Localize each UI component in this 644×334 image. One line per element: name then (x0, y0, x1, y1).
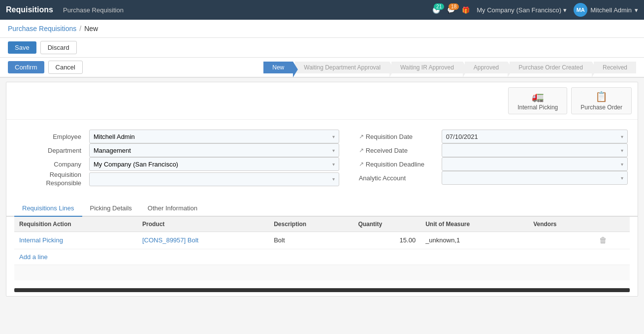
row-delete-cell: 🗑 (594, 232, 630, 249)
department-input[interactable]: ▾ (89, 143, 339, 157)
analytic-account-dropdown-icon: ▾ (621, 175, 623, 181)
row-product[interactable]: [CONS_89957] Bolt (137, 232, 269, 249)
save-button[interactable]: Save (8, 41, 36, 54)
received-date-label: ↗ Received Date (359, 147, 438, 154)
company-name: My Company (San Francisco) (477, 6, 561, 14)
step-approved: Approved (465, 62, 508, 73)
step-po-created: Purchase Order Created (510, 62, 592, 73)
col-header-actions (594, 217, 630, 232)
req-date-field-group: ↗ Requisition Date 07/10/2021 ▾ (359, 130, 628, 143)
avatar: MA (574, 3, 587, 17)
req-responsible-input-field[interactable] (94, 175, 330, 183)
req-date-value: 07/10/2021 (446, 133, 478, 140)
row-action[interactable]: Internal Picking (14, 232, 137, 249)
department-input-field[interactable] (94, 147, 330, 154)
req-responsible-dropdown-icon: ▾ (332, 176, 335, 182)
nav-right-area: 🕐 21 💬 18 🎁 My Company (San Francisco) ▾… (432, 3, 638, 17)
col-header-vendors: Vendors (528, 217, 594, 232)
req-deadline-label: ↗ Requisition Deadline (359, 161, 438, 168)
company-dropdown-icon: ▾ (332, 162, 335, 167)
internal-picking-button[interactable]: 🚛 Internal Picking (508, 87, 567, 114)
req-date-input[interactable]: 07/10/2021 ▾ (442, 130, 628, 143)
employee-field-group: Employee ▾ (16, 130, 339, 143)
clock-badge[interactable]: 🕐 21 (432, 6, 440, 14)
col-header-product: Product (137, 217, 269, 232)
received-date-field-group: ↗ Received Date ▾ (359, 143, 628, 157)
department-label: Department (16, 147, 85, 154)
req-responsible-input[interactable]: ▾ (89, 172, 339, 186)
col-header-unit: Unit of Measure (420, 217, 528, 232)
tab-requisitions-lines[interactable]: Requisitions Lines (14, 200, 82, 217)
row-description: Bolt (269, 232, 353, 249)
company-input[interactable]: ▾ (89, 157, 339, 171)
table-header-row: Requisition Action Product Description Q… (14, 217, 630, 232)
app-brand: Requisitions (6, 5, 53, 14)
step-waiting-ir: Waiting IR Approved (391, 62, 463, 73)
internal-picking-label: Internal Picking (517, 104, 558, 111)
requisitions-table-container: Requisition Action Product Description Q… (14, 217, 630, 280)
cancel-button[interactable]: Cancel (48, 61, 83, 74)
workflow-steps: New Waiting Department Approval Waiting … (263, 62, 636, 73)
step-received: Received (594, 62, 636, 73)
clock-count: 21 (434, 3, 444, 10)
tab-other-information[interactable]: Other Information (140, 200, 205, 217)
main-content: 🚛 Internal Picking 📋 Purchase Order Empl… (0, 82, 644, 302)
confirm-button[interactable]: Confirm (8, 61, 44, 73)
card-header: 🚛 Internal Picking 📋 Purchase Order (6, 82, 638, 120)
breadcrumb-separator: / (79, 25, 81, 33)
discard-button[interactable]: Discard (40, 41, 77, 54)
req-date-dropdown-icon: ▾ (621, 134, 623, 139)
department-dropdown-icon: ▾ (332, 148, 335, 153)
delete-row-button[interactable]: 🗑 (599, 236, 607, 244)
received-date-dropdown-icon: ▾ (621, 148, 623, 153)
analytic-account-input[interactable]: ▾ (442, 171, 628, 185)
breadcrumb: Purchase Requisitions / New (0, 20, 644, 38)
breadcrumb-current: New (84, 25, 98, 33)
chat-count: 18 (449, 3, 459, 10)
employee-label: Employee (16, 133, 85, 140)
top-navbar: Requisitions Purchase Requisition 🕐 21 💬… (0, 0, 644, 20)
employee-input-field[interactable] (94, 133, 330, 140)
user-chevron-icon: ▾ (635, 6, 638, 14)
ext-link-icon-1: ↗ (359, 133, 364, 140)
employee-input[interactable]: ▾ (89, 130, 339, 143)
tab-picking-details[interactable]: Picking Details (82, 200, 140, 217)
company-input-field[interactable] (94, 161, 330, 168)
row-vendors (528, 232, 594, 249)
status-bar: Confirm Cancel New Waiting Department Ap… (0, 58, 644, 78)
form-fields: Employee ▾ Department ▾ Company (6, 120, 638, 193)
req-deadline-input[interactable]: ▾ (442, 157, 628, 171)
analytic-account-field-group: Analytic Account ▾ (359, 171, 628, 185)
company-selector[interactable]: My Company (San Francisco) ▾ (477, 6, 567, 14)
user-name: Mitchell Admin (590, 6, 632, 14)
requisitions-table: Requisition Action Product Description Q… (14, 217, 630, 249)
req-deadline-field-group: ↗ Requisition Deadline ▾ (359, 157, 628, 171)
req-responsible-label: Requisition Responsible (16, 171, 85, 188)
add-line-button[interactable]: Add a line (14, 249, 630, 265)
company-field-group: Company ▾ (16, 157, 339, 171)
purchase-order-label: Purchase Order (580, 104, 622, 111)
breadcrumb-parent[interactable]: Purchase Requisitions (8, 25, 76, 33)
gift-icon: 🎁 (462, 6, 470, 14)
col-header-description: Description (269, 217, 353, 232)
employee-dropdown-icon: ▾ (332, 134, 335, 139)
received-date-input[interactable]: ▾ (442, 143, 628, 157)
nav-purchase-requisition[interactable]: Purchase Requisition (63, 6, 124, 14)
ext-link-icon-3: ↗ (359, 161, 364, 167)
chat-badge[interactable]: 💬 18 (447, 6, 455, 14)
department-field-group: Department ▾ (16, 143, 339, 157)
company-chevron-icon: ▾ (563, 6, 567, 14)
ext-link-icon-2: ↗ (359, 147, 364, 154)
req-date-label: ↗ Requisition Date (359, 133, 438, 140)
gift-badge[interactable]: 🎁 (462, 6, 470, 14)
form-card: 🚛 Internal Picking 📋 Purchase Order Empl… (6, 82, 638, 297)
table-row: Internal Picking [CONS_89957] Bolt Bolt … (14, 232, 630, 249)
step-new: New (263, 62, 293, 73)
clipboard-icon: 📋 (595, 91, 608, 102)
user-menu[interactable]: MA Mitchell Admin ▾ (574, 3, 638, 17)
req-responsible-field-group: Requisition Responsible ▾ (16, 171, 339, 188)
step-waiting-dept: Waiting Department Approval (295, 62, 389, 73)
purchase-order-button[interactable]: 📋 Purchase Order (571, 87, 632, 114)
scroll-bar[interactable] (14, 288, 630, 292)
col-header-quantity: Quantity (353, 217, 420, 232)
